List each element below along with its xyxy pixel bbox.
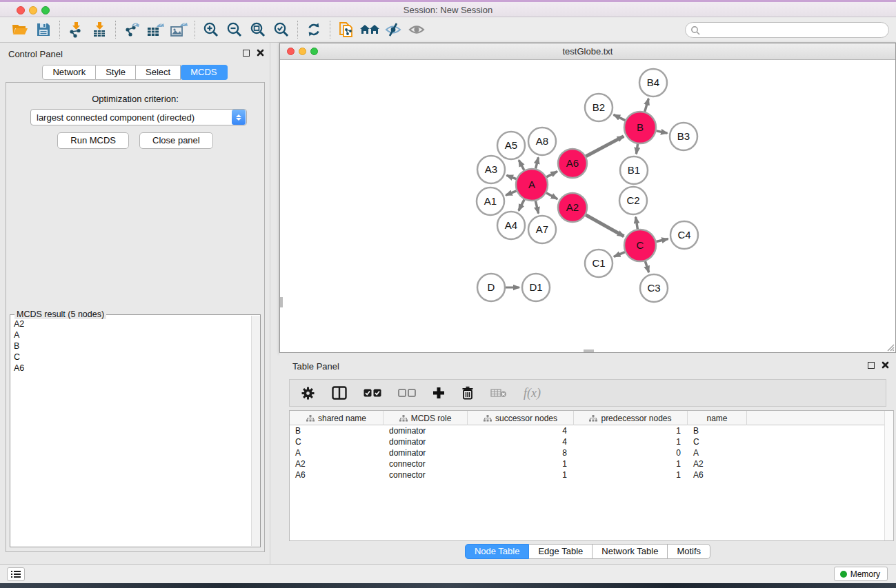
close-table-panel-icon[interactable] [882, 361, 889, 369]
memory-button[interactable]: Memory [834, 567, 888, 581]
canvas-left-scroll-thumb[interactable] [280, 297, 283, 307]
network-canvas[interactable]: AA5A8A3A1A4A7A6A2BB2B4B3B1C2CC4C1C3DD1 [280, 60, 895, 352]
task-history-button[interactable] [7, 567, 25, 581]
hide-selected-button[interactable] [381, 19, 405, 40]
table-row[interactable]: A2connector11A2 [290, 458, 893, 469]
node-label-C3: C3 [647, 282, 660, 294]
import-network-button[interactable] [64, 19, 88, 40]
edge-A-A8[interactable] [536, 157, 539, 168]
network-view-window: testGlobe.txt AA5A8A3A1A4A7A6A2BB2B4B3B1… [279, 43, 896, 353]
criterion-dropdown[interactable]: largest connected component (directed) [30, 109, 247, 125]
close-panel-icon[interactable] [257, 49, 264, 57]
column-header-predecessor-nodes[interactable]: predecessor nodes [574, 411, 688, 425]
search-box [685, 22, 889, 38]
close-panel-button[interactable]: Close panel [139, 132, 213, 149]
edge-B-B4[interactable] [645, 99, 649, 112]
zoom-selected-button[interactable] [270, 19, 293, 40]
table-row[interactable]: A6connector11A6 [290, 469, 893, 480]
select-all-columns-button[interactable] [364, 389, 381, 397]
table-cell: 4 [468, 425, 574, 436]
edge-A-A7[interactable] [535, 201, 538, 213]
zoom-out-button[interactable] [223, 19, 246, 40]
table-row[interactable]: Bdominator41B [290, 425, 893, 436]
edge-C-C2[interactable] [636, 217, 638, 230]
node-label-A5: A5 [505, 139, 517, 151]
float-table-panel-icon[interactable] [868, 362, 875, 369]
node-label-C: C [637, 239, 644, 251]
window-resize-grip[interactable] [885, 342, 895, 352]
save-session-button[interactable] [32, 19, 55, 40]
float-panel-icon[interactable] [243, 50, 250, 57]
export-network-button[interactable] [120, 19, 143, 40]
edge-A-A4[interactable] [519, 199, 524, 210]
table-scrollbar[interactable] [884, 411, 893, 540]
export-image-button[interactable] [167, 19, 190, 40]
edge-C-C1[interactable] [614, 252, 625, 257]
show-all-networks-button[interactable] [358, 19, 381, 40]
node-table-body[interactable]: Bdominator41BCdominator41CAdominator80AA… [290, 425, 893, 480]
table-row[interactable]: Cdominator41C [290, 436, 893, 447]
column-header-shared-name[interactable]: shared name [290, 411, 384, 425]
column-header-name[interactable]: name [688, 411, 747, 425]
edge-A-A6[interactable] [546, 172, 557, 177]
tab-network[interactable]: Network [42, 65, 96, 80]
edge-A2-C[interactable] [586, 215, 624, 236]
run-mcds-button[interactable]: Run MCDS [57, 132, 129, 149]
edge-B-B1[interactable] [636, 144, 637, 154]
mcds-result-list[interactable]: A2ABCA6 [11, 317, 250, 546]
tab-node-table[interactable]: Node Table [465, 544, 530, 559]
zoom-fit-button[interactable] [246, 19, 270, 40]
export-table-button[interactable] [143, 19, 167, 40]
table-cell: 1 [468, 469, 574, 480]
tab-edge-table[interactable]: Edge Table [529, 544, 593, 559]
refresh-network-button[interactable] [302, 19, 326, 40]
mcds-result-item[interactable]: C [14, 352, 250, 363]
column-header-successor-nodes[interactable]: successor nodes [468, 411, 574, 425]
network-window-titlebar[interactable]: testGlobe.txt [280, 43, 895, 60]
dropdown-stepper-icon [232, 110, 246, 125]
tab-style[interactable]: Style [96, 65, 136, 80]
function-builder-button[interactable]: f(x) [524, 386, 541, 401]
node-label-A7: A7 [536, 223, 548, 235]
tab-network-table[interactable]: Network Table [593, 544, 668, 559]
search-input[interactable] [700, 24, 888, 37]
list-icon [11, 570, 21, 578]
refresh-icon [306, 21, 322, 38]
import-table-button[interactable] [88, 19, 111, 40]
open-session-button[interactable] [8, 19, 32, 40]
edge-C-C4[interactable] [656, 239, 668, 241]
edge-A-A3[interactable] [506, 175, 516, 179]
edge-A6-B[interactable] [586, 136, 624, 156]
mcds-result-item[interactable]: B [14, 341, 250, 352]
canvas-bottom-scroll-thumb[interactable] [584, 349, 594, 352]
delete-columns-button[interactable] [461, 386, 474, 400]
tab-mcds[interactable]: MCDS [181, 65, 227, 80]
table-options-button[interactable] [301, 386, 315, 401]
mcds-result-item[interactable]: A [14, 330, 250, 341]
mcds-result-item[interactable]: A6 [14, 363, 250, 374]
search-icon [690, 26, 700, 35]
edge-A-A5[interactable] [519, 160, 524, 170]
deselect-all-columns-button[interactable] [398, 389, 416, 397]
tab-select[interactable]: Select [136, 65, 181, 80]
delete-table-button[interactable] [490, 388, 507, 398]
mcds-panel-body: Optimization criterion: largest connecte… [6, 82, 265, 552]
node-label-A6: A6 [566, 157, 579, 169]
panel-layout-button[interactable] [332, 386, 347, 400]
new-network-from-selection-button[interactable] [335, 19, 358, 40]
table-panel-tabs: Node TableEdge TableNetwork TableMotifs [279, 544, 896, 559]
edge-A-A2[interactable] [546, 193, 557, 199]
add-column-button[interactable] [432, 387, 445, 399]
edge-A-A1[interactable] [506, 191, 516, 195]
edge-C-C3[interactable] [645, 261, 648, 272]
edge-B-B3[interactable] [657, 131, 668, 133]
mcds-result-item[interactable]: A2 [14, 318, 250, 330]
column-header-MCDS-role[interactable]: MCDS role [384, 411, 468, 425]
table-row[interactable]: Adominator80A [290, 447, 893, 458]
tab-motifs[interactable]: Motifs [668, 544, 710, 559]
mcds-result-scrollbar[interactable] [251, 316, 260, 546]
show-hidden-button[interactable] [405, 19, 428, 40]
zoom-in-button[interactable] [199, 19, 223, 40]
edge-B-B2[interactable] [614, 114, 626, 120]
table-cell: connector [384, 458, 468, 469]
